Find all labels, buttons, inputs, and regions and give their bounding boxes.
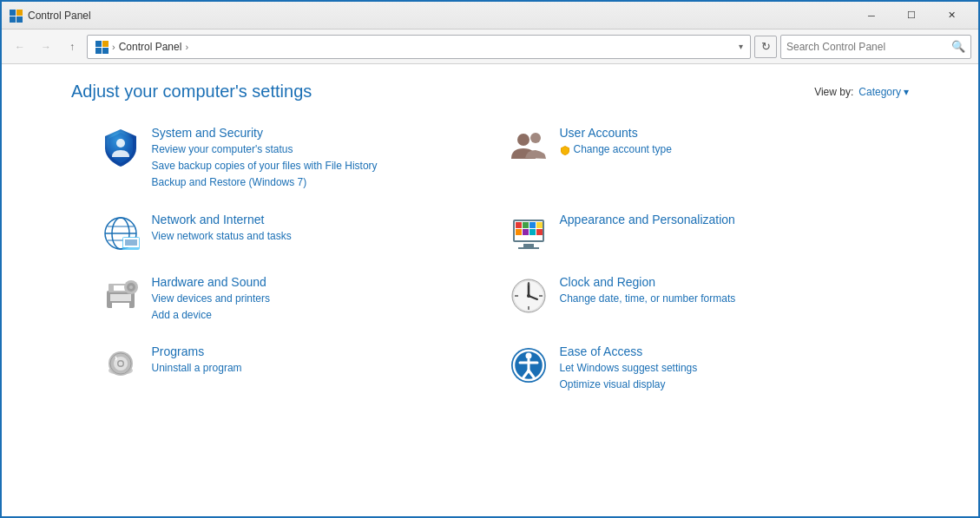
refresh-button[interactable]: ↻ xyxy=(754,36,777,58)
hardware-sound-link-1[interactable]: View devices and printers xyxy=(152,291,271,307)
forward-button[interactable]: → xyxy=(35,36,57,58)
back-button[interactable]: ← xyxy=(9,36,31,58)
category-programs: Programs Uninstall a program xyxy=(100,341,473,397)
svg-rect-5 xyxy=(102,41,109,47)
svg-rect-28 xyxy=(536,229,543,235)
path-dropdown[interactable]: ▾ xyxy=(739,42,743,51)
title-bar-controls: ─ ☐ ✕ xyxy=(852,2,971,30)
svg-rect-0 xyxy=(10,10,16,16)
path-sep: › xyxy=(112,42,115,52)
search-input[interactable] xyxy=(786,41,948,53)
close-button[interactable]: ✕ xyxy=(931,2,971,30)
svg-rect-32 xyxy=(110,294,131,301)
ease-access-link-1[interactable]: Let Windows suggest settings xyxy=(560,360,698,377)
category-user-accounts: User Accounts Change account type xyxy=(508,122,881,195)
svg-point-53 xyxy=(118,361,122,365)
category-ease-access: Ease of Access Let Windows suggest setti… xyxy=(508,341,881,397)
title-text: Control Panel xyxy=(28,10,91,22)
svg-rect-26 xyxy=(523,229,529,235)
user-accounts-title[interactable]: User Accounts xyxy=(560,126,672,140)
title-bar-left: Control Panel xyxy=(9,9,91,23)
category-appearance: Appearance and Personalization xyxy=(508,209,881,258)
category-system-security: System and Security Review your computer… xyxy=(100,122,473,195)
user-accounts-content: User Accounts Change account type xyxy=(560,126,672,158)
network-internet-link-1[interactable]: View network status and tasks xyxy=(152,228,292,245)
system-security-link-3[interactable]: Backup and Restore (Windows 7) xyxy=(152,174,378,191)
svg-rect-6 xyxy=(95,48,102,54)
system-security-icon xyxy=(100,126,141,167)
svg-point-8 xyxy=(116,139,125,148)
svg-rect-24 xyxy=(536,222,543,228)
ease-access-link-2[interactable]: Optimize visual display xyxy=(560,377,698,393)
programs-title[interactable]: Programs xyxy=(152,344,242,358)
user-accounts-link-1[interactable]: Change account type xyxy=(560,141,672,158)
programs-link-1[interactable]: Uninstall a program xyxy=(152,360,242,377)
category-network-internet: Network and Internet View network status… xyxy=(100,209,473,258)
path-segment: Control Panel xyxy=(119,41,182,53)
path-sep2: › xyxy=(185,42,188,52)
svg-rect-3 xyxy=(16,16,23,23)
network-internet-content: Network and Internet View network status… xyxy=(152,213,292,245)
system-security-link-1[interactable]: Review your computer's status xyxy=(152,141,378,158)
svg-rect-1 xyxy=(16,10,23,16)
programs-content: Programs Uninstall a program xyxy=(152,344,242,377)
viewby-value: Category xyxy=(858,86,901,98)
hardware-sound-content: Hardware and Sound View devices and prin… xyxy=(152,275,271,324)
viewby-dropdown[interactable]: Category ▾ xyxy=(858,86,909,98)
appearance-content: Appearance and Personalization xyxy=(560,213,735,228)
shield-badge-icon xyxy=(560,145,570,155)
page-header: Adjust your computer's settings View by:… xyxy=(71,82,909,102)
page-title: Adjust your computer's settings xyxy=(71,82,312,102)
category-hardware-sound: Hardware and Sound View devices and prin… xyxy=(100,272,473,327)
svg-point-47 xyxy=(527,294,530,298)
clock-region-title[interactable]: Clock and Region xyxy=(560,275,736,289)
viewby-chevron: ▾ xyxy=(904,86,909,98)
hardware-sound-title[interactable]: Hardware and Sound xyxy=(152,275,271,289)
system-security-link-2[interactable]: Save backup copies of your files with Fi… xyxy=(152,158,378,174)
search-icon[interactable]: 🔍 xyxy=(951,40,965,53)
svg-rect-29 xyxy=(523,244,534,247)
clock-region-link-1[interactable]: Change date, time, or number formats xyxy=(560,291,736,307)
svg-rect-30 xyxy=(518,247,539,249)
svg-rect-22 xyxy=(523,222,529,228)
main-content: Adjust your computer's settings View by:… xyxy=(2,64,978,414)
ease-access-icon xyxy=(508,344,549,386)
address-bar: ← → ↑ › Control Panel › ▾ ↻ 🔍 xyxy=(2,30,978,64)
svg-point-56 xyxy=(525,352,531,358)
system-security-title[interactable]: System and Security xyxy=(152,126,378,140)
svg-rect-25 xyxy=(516,229,522,235)
appearance-icon xyxy=(508,213,549,254)
network-internet-title[interactable]: Network and Internet xyxy=(152,213,292,226)
address-path[interactable]: › Control Panel › ▾ xyxy=(87,35,751,59)
user-accounts-icon xyxy=(508,126,549,167)
svg-rect-2 xyxy=(10,16,16,23)
categories-grid: System and Security Review your computer… xyxy=(100,122,881,397)
svg-point-10 xyxy=(530,133,541,143)
category-clock-region: Clock and Region Change date, time, or n… xyxy=(508,272,881,327)
viewby-label: View by: xyxy=(814,86,853,98)
clock-region-content: Clock and Region Change date, time, or n… xyxy=(560,275,736,307)
system-security-content: System and Security Review your computer… xyxy=(152,126,378,192)
minimize-button[interactable]: ─ xyxy=(852,2,891,30)
view-by: View by: Category ▾ xyxy=(814,86,909,98)
svg-rect-7 xyxy=(102,48,109,54)
hardware-sound-icon xyxy=(100,275,141,317)
hardware-sound-link-2[interactable]: Add a device xyxy=(152,307,271,324)
clock-region-icon xyxy=(508,275,549,317)
ease-access-title[interactable]: Ease of Access xyxy=(560,344,698,358)
svg-rect-23 xyxy=(529,222,536,228)
ease-access-content: Ease of Access Let Windows suggest setti… xyxy=(560,344,698,393)
app-icon xyxy=(9,9,23,23)
svg-point-9 xyxy=(517,134,529,146)
maximize-button[interactable]: ☐ xyxy=(891,2,931,30)
svg-rect-4 xyxy=(95,41,102,47)
svg-rect-21 xyxy=(516,222,522,228)
programs-icon xyxy=(100,344,141,386)
network-internet-icon xyxy=(100,213,141,254)
svg-point-38 xyxy=(129,285,133,289)
svg-rect-27 xyxy=(529,229,536,235)
appearance-title[interactable]: Appearance and Personalization xyxy=(560,213,735,226)
search-box[interactable]: 🔍 xyxy=(780,35,971,59)
up-button[interactable]: ↑ xyxy=(61,36,83,58)
path-icon xyxy=(95,40,109,54)
